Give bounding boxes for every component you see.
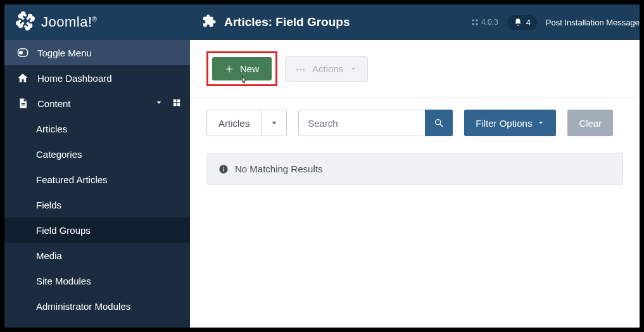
sidebar-item-label: Administrator Modules: [36, 301, 130, 312]
sidebar-item-label: Field Groups: [36, 225, 91, 236]
svg-rect-6: [22, 103, 25, 104]
grid-icon[interactable]: [172, 98, 181, 109]
results-empty: No Matching Results: [206, 153, 623, 185]
joomla-logo-icon: [16, 11, 35, 33]
svg-rect-9: [177, 99, 180, 102]
actions-label: Actions: [312, 63, 343, 74]
svg-point-3: [476, 23, 477, 25]
new-button-highlight: New: [206, 51, 277, 86]
home-icon: [16, 72, 30, 84]
svg-point-12: [436, 120, 441, 125]
header-right: 4.0.3 4 Post Installation Message: [471, 15, 640, 30]
brand: Joomla!®: [4, 11, 190, 33]
page-title: Articles: Field Groups: [224, 15, 350, 29]
sidebar-item-fields[interactable]: Fields: [4, 192, 190, 217]
svg-rect-11: [177, 103, 180, 106]
search-icon: [434, 118, 444, 128]
chevron-down-icon: [350, 65, 357, 73]
sidebar-item-featured-articles[interactable]: Featured Articles: [4, 167, 190, 192]
sidebar-item-label: Featured Articles: [36, 174, 108, 185]
sidebar-item-site-modules[interactable]: Site Modules: [4, 268, 190, 293]
cursor-pointer-icon: [237, 75, 250, 89]
svg-point-5: [19, 51, 23, 54]
home-label: Home Dashboard: [37, 73, 181, 84]
sidebar-item-field-groups[interactable]: Field Groups: [4, 217, 190, 243]
puzzle-icon: [203, 14, 217, 30]
chevron-down-icon: [155, 98, 163, 109]
search-group: [298, 110, 453, 136]
file-icon: [16, 98, 30, 109]
notif-count: 4: [526, 18, 531, 27]
sidebar-item-categories[interactable]: Categories: [4, 141, 190, 167]
sidebar-item-label: Media: [36, 250, 62, 261]
svg-point-0: [472, 20, 474, 22]
sidebar-item-label: Articles: [36, 124, 67, 134]
post-install-link[interactable]: Post Installation Message: [546, 18, 640, 27]
sidebar-item-home[interactable]: Home Dashboard: [4, 65, 190, 91]
chevron-down-icon: [537, 119, 545, 127]
main-content: New ⋯ Actions Articles: [190, 40, 640, 328]
page-title-group: Articles: Field Groups: [190, 14, 350, 30]
notifications-button[interactable]: 4: [507, 15, 537, 30]
sidebar-item-media[interactable]: Media: [4, 243, 190, 268]
search-button[interactable]: [425, 110, 453, 136]
sidebar-item-label: Fields: [36, 200, 61, 210]
toggle-label: Toggle Menu: [37, 48, 181, 58]
version-text: 4.0.3: [481, 18, 498, 27]
sidebar-item-label: Site Modules: [36, 276, 91, 286]
sidebar-item-articles[interactable]: Articles: [4, 116, 190, 141]
svg-point-2: [472, 23, 474, 25]
actions-button: ⋯ Actions: [285, 56, 368, 82]
svg-rect-15: [223, 168, 224, 171]
search-input[interactable]: [298, 110, 425, 136]
empty-text: No Matching Results: [235, 163, 322, 174]
svg-rect-10: [174, 103, 177, 106]
brand-name: Joomla!®: [41, 14, 97, 30]
sidebar: Toggle Menu Home Dashboard Content Artic…: [4, 40, 190, 328]
sidebar-item-content[interactable]: Content: [4, 91, 190, 116]
new-button[interactable]: New: [212, 57, 272, 80]
clear-button[interactable]: Clear: [567, 110, 613, 136]
toggle-menu[interactable]: Toggle Menu: [4, 40, 190, 65]
context-select[interactable]: Articles: [206, 110, 287, 136]
svg-point-16: [223, 166, 224, 167]
app-header: Joomla!® Articles: Field Groups 4.0.3 4 …: [4, 4, 640, 40]
filter-options-button[interactable]: Filter Options: [464, 110, 556, 136]
info-icon: [218, 164, 229, 174]
svg-rect-7: [22, 105, 25, 105]
sidebar-item-administrator-modules[interactable]: Administrator Modules: [4, 293, 190, 319]
new-label: New: [240, 63, 259, 74]
plus-icon: [225, 65, 234, 73]
svg-point-1: [476, 20, 477, 22]
svg-line-13: [440, 124, 443, 127]
chevron-down-icon: [261, 110, 286, 136]
sidebar-item-label: Categories: [36, 149, 82, 160]
svg-rect-8: [174, 99, 177, 102]
version-badge[interactable]: 4.0.3: [471, 18, 498, 27]
ellipsis-icon: ⋯: [296, 63, 306, 75]
filter-bar: Articles Filter Options Clear: [190, 98, 640, 136]
toolbar: New ⋯ Actions: [190, 40, 640, 98]
toggle-icon: [16, 47, 30, 58]
content-label: Content: [37, 98, 155, 109]
context-value: Articles: [207, 118, 261, 129]
filter-options-label: Filter Options: [476, 118, 532, 129]
